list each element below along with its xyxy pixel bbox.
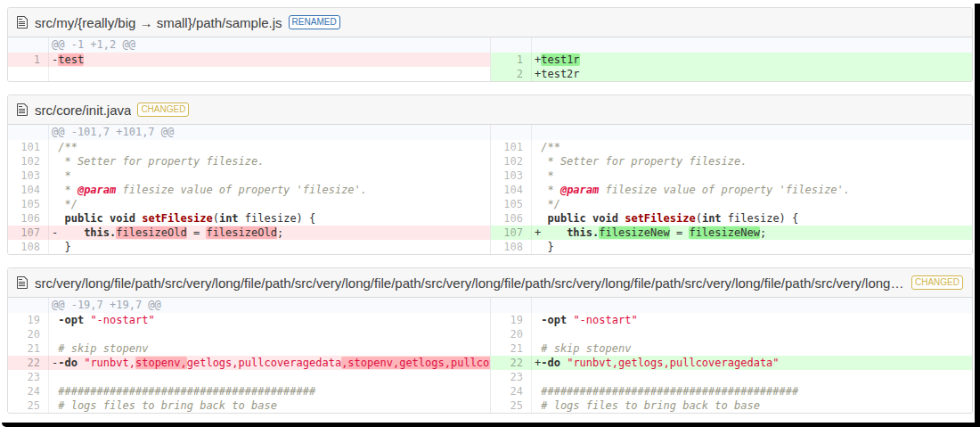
code-segment: ; xyxy=(277,226,283,239)
file-diff: src/my/{really/big → small}/path/sample.… xyxy=(7,7,973,82)
code-segment: ( xyxy=(696,212,702,225)
code-segment: # logs files to bring back to base xyxy=(52,399,277,412)
line-number: 22 xyxy=(491,356,532,370)
diff-row: @@ -101,7 +101,7 @@ xyxy=(8,125,490,140)
file-text-icon xyxy=(17,15,28,29)
line-number: 107 xyxy=(8,226,49,240)
code-line: * xyxy=(532,168,972,183)
diff-row: 106 public void setFilesize(int filesize… xyxy=(8,211,490,226)
diff-side-left: @@ -1 +1,2 @@ 1 -test xyxy=(8,37,490,81)
diff-row: 105 */ xyxy=(491,197,972,211)
code-segment: public xyxy=(547,212,585,225)
code-segment xyxy=(52,212,64,225)
file-name: src/core/init.java xyxy=(35,103,131,118)
diff-side-right: 101 /** 102 * Setter for property filesi… xyxy=(490,125,972,254)
line-number: 103 xyxy=(491,168,532,183)
diff-row: 24 #####################################… xyxy=(491,384,972,398)
code-segment: * Setter for property filesize. xyxy=(52,155,264,168)
file-header: src/core/init.java CHANGED xyxy=(8,95,972,125)
diff-row: 108 } xyxy=(491,240,972,254)
code-segment: filesize value of property 'filesize'. xyxy=(599,184,850,196)
code-segment: } xyxy=(535,241,554,253)
diff-row: 101 /** xyxy=(491,140,972,154)
diff-row: 1 +test1r xyxy=(491,53,972,67)
diff-row: 22 +-do "runbvt,getlogs,pullcoveragedata… xyxy=(491,356,972,370)
code-segment: * xyxy=(52,169,71,182)
diff-row: 20 xyxy=(8,327,490,341)
code-line: public void setFilesize(int filesize) { xyxy=(49,211,490,226)
diff-viewer-page: { "colors": { "header_bg": "#f7f7f7", "w… xyxy=(0,0,980,427)
line-number xyxy=(491,125,532,140)
code-line: * Setter for property filesize. xyxy=(49,154,490,168)
line-number: 23 xyxy=(491,370,532,384)
inline-diff-highlight: stopenv, xyxy=(135,357,187,369)
line-number: 108 xyxy=(8,240,49,254)
code-segment: * xyxy=(535,184,560,196)
diff-row xyxy=(491,37,972,53)
line-number: 101 xyxy=(8,140,49,154)
code-line xyxy=(532,327,972,341)
file-name: src/very/long/file/path/src/very/long/fi… xyxy=(35,275,905,291)
diff-row: 104 * @param filesize value of property … xyxy=(8,183,490,197)
diff-row: 102 * Setter for property filesize. xyxy=(491,154,972,168)
file-diff: src/very/long/file/path/src/very/long/fi… xyxy=(7,267,973,414)
diff-row: 21 # skip stopenv xyxy=(8,341,490,356)
code-line: # skip stopenv xyxy=(532,341,972,356)
line-number: 24 xyxy=(8,384,49,398)
diff-side-left: @@ -19,7 +19,7 @@ 19 -opt "-nostart" 20 … xyxy=(8,298,490,413)
code-segment: -opt xyxy=(541,314,567,326)
code-segment: /** xyxy=(535,141,560,153)
diff-row: 20 xyxy=(491,327,972,341)
code-line: } xyxy=(532,240,972,254)
line-number: 103 xyxy=(8,168,49,183)
code-segment: "-nostart" xyxy=(573,314,637,326)
line-number: 20 xyxy=(491,327,532,341)
diff-row xyxy=(8,67,490,81)
code-line: +test2r xyxy=(532,67,972,81)
line-number xyxy=(8,125,49,140)
code-segment: ######################################## xyxy=(535,385,798,398)
diff-row xyxy=(491,298,972,313)
code-line: # skip stopenv xyxy=(49,341,490,356)
code-segment: - xyxy=(52,226,84,239)
code-line: /** xyxy=(532,140,972,154)
line-number: 19 xyxy=(8,313,49,327)
line-number: 108 xyxy=(491,240,532,254)
code-line: +test1r xyxy=(532,53,972,67)
line-number: 106 xyxy=(491,211,532,226)
code-line: -opt "-nostart" xyxy=(49,313,490,327)
code-segment: -do xyxy=(541,357,560,369)
inline-diff-highlight: ,stopenv,getlogs,pullcoveragedata" xyxy=(341,357,490,369)
code-segment: = xyxy=(670,226,690,239)
code-segment: /** xyxy=(52,141,78,153)
code-segment: "runbvt, xyxy=(84,357,135,369)
code-segment: getlogs,pullcoveragedata xyxy=(187,357,341,369)
line-number xyxy=(491,37,532,53)
code-segment: filesize) { xyxy=(239,212,316,225)
side-by-side-diff: @@ -19,7 +19,7 @@ 19 -opt "-nostart" 20 … xyxy=(8,298,972,413)
code-segment: @param xyxy=(78,184,116,196)
code-line: ######################################## xyxy=(532,384,972,398)
file-header: src/my/{really/big → small}/path/sample.… xyxy=(8,8,972,37)
code-line xyxy=(532,125,972,140)
code-segment: @param xyxy=(560,184,599,196)
code-line: @@ -19,7 +19,7 @@ xyxy=(49,298,490,313)
code-segment: this. xyxy=(84,226,116,239)
code-segment: -do xyxy=(58,357,78,369)
inline-diff-highlight: filesizeNew xyxy=(689,226,759,239)
line-number: 104 xyxy=(8,183,49,197)
diff-row: 22 --do "runbvt,stopenv,getlogs,pullcove… xyxy=(8,356,490,370)
code-line: } xyxy=(49,240,490,254)
diff-row: @@ -1 +1,2 @@ xyxy=(8,37,490,53)
diff-row: @@ -19,7 +19,7 @@ xyxy=(8,298,490,313)
code-segment: # skip stopenv xyxy=(52,342,148,355)
diff-row: 101 /** xyxy=(8,140,490,154)
line-number: 102 xyxy=(491,154,532,168)
code-segment: -opt xyxy=(58,314,84,326)
diff-side-left: @@ -101,7 +101,7 @@ 101 /** 102 * Setter… xyxy=(8,125,490,254)
code-segment: * Setter for property filesize. xyxy=(535,155,747,168)
window-shadow-bottom xyxy=(2,423,980,427)
code-segment: int xyxy=(702,212,722,225)
diff-row: 25 # logs files to bring back to base xyxy=(8,398,490,413)
code-line: @@ -1 +1,2 @@ xyxy=(49,37,490,53)
